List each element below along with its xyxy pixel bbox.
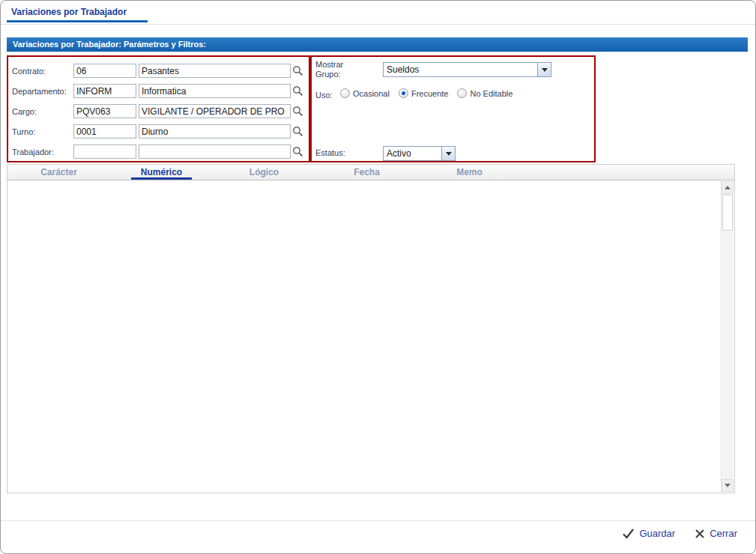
trabajador-code-input[interactable] (73, 144, 136, 159)
mostrar-grupo-dropdown[interactable]: Sueldos (383, 62, 551, 77)
chevron-down-icon (446, 152, 452, 156)
radio-frecuente-label: Frecuente (411, 89, 449, 98)
tab-caracter[interactable]: Carácter (7, 165, 110, 180)
departamento-label: Departamento: (12, 87, 73, 96)
contrato-desc-input[interactable] (139, 64, 291, 78)
guardar-label: Guardar (639, 528, 675, 539)
estatus-dropdown[interactable]: Activo (383, 146, 456, 161)
radio-icon[interactable] (340, 88, 350, 98)
variations-content-area (7, 180, 735, 493)
cargo-search-icon[interactable] (292, 106, 303, 117)
estatus-dropdown-button[interactable] (441, 147, 455, 160)
tab-logico[interactable]: Lógico (213, 165, 315, 180)
tab-memo[interactable]: Memo (418, 165, 521, 180)
departamento-search-icon[interactable] (292, 85, 303, 97)
filter-row-cargo: Cargo: (8, 101, 309, 121)
contrato-code-input[interactable] (73, 64, 136, 78)
filter-row-contrato: Contrato: (8, 61, 309, 81)
footer-bar: Guardar Cerrar (622, 528, 737, 539)
turno-search-icon[interactable] (292, 126, 303, 137)
radio-no-editable-label: No Editable (470, 89, 512, 98)
tab-logico-label: Lógico (250, 167, 279, 177)
filter-row-departamento: Departamento: (8, 81, 309, 101)
top-separator (1, 24, 755, 25)
footer-separator (1, 520, 755, 521)
cargo-desc-input[interactable] (139, 104, 291, 118)
radio-ocasional[interactable]: Ocasional (340, 88, 390, 98)
cargo-label: Cargo: (12, 107, 73, 116)
estatus-label: Estatus: (315, 148, 345, 157)
close-icon (695, 529, 705, 539)
tab-numerico[interactable]: Numérico (110, 165, 213, 180)
departamento-code-input[interactable] (73, 84, 136, 98)
radio-icon[interactable] (457, 88, 467, 98)
vertical-scrollbar[interactable] (721, 181, 734, 492)
mostrar-grupo-label: Mostrar Grupo: (315, 60, 343, 79)
estatus-value: Activo (384, 147, 441, 160)
worker-filter-box: Contrato: Departamento: Cargo: Turno: (7, 55, 310, 162)
variation-type-tabs: Carácter Numérico Lógico Fecha Memo (7, 164, 735, 180)
arrow-up-icon (725, 186, 731, 189)
guardar-button[interactable]: Guardar (622, 528, 675, 539)
uso-radio-group: Ocasional Frecuente No Editable (340, 88, 521, 98)
radio-no-editable[interactable]: No Editable (457, 88, 512, 98)
section-header: Variaciones por Trabajador: Parámetros y… (7, 37, 748, 52)
check-icon (622, 528, 635, 539)
radio-ocasional-label: Ocasional (353, 89, 390, 98)
arrow-down-icon (725, 484, 731, 487)
active-tab-indicator (7, 20, 148, 22)
chevron-down-icon (542, 68, 548, 72)
turno-label: Turno: (12, 127, 73, 136)
mostrar-grupo-dropdown-button[interactable] (537, 63, 551, 76)
radio-icon[interactable] (399, 88, 408, 98)
tab-numerico-label: Numérico (141, 167, 182, 177)
contrato-label: Contrato: (12, 67, 73, 76)
uso-label: Uso: (315, 91, 333, 100)
contrato-search-icon[interactable] (292, 65, 303, 76)
tab-memo-label: Memo (456, 167, 483, 177)
trabajador-desc-input[interactable] (139, 144, 291, 159)
turno-code-input[interactable] (73, 124, 136, 138)
cerrar-button[interactable]: Cerrar (695, 528, 737, 539)
tab-fecha-label: Fecha (354, 167, 380, 177)
trabajador-search-icon[interactable] (292, 146, 303, 157)
tab-caracter-label: Carácter (40, 167, 77, 177)
trabajador-label: Trabajador: (12, 147, 73, 156)
tab-fecha[interactable]: Fecha (315, 165, 418, 180)
turno-desc-input[interactable] (139, 124, 291, 138)
cerrar-label: Cerrar (710, 528, 737, 539)
variaciones-window: Variaciones por Trabajador Variaciones p… (0, 0, 756, 554)
scroll-down-button[interactable] (722, 479, 734, 492)
scrollbar-thumb[interactable] (722, 195, 733, 231)
group-filter-box: Mostrar Grupo: Sueldos Uso: Ocasional Fr… (310, 55, 596, 162)
filter-row-turno: Turno: (8, 121, 309, 141)
scroll-up-button[interactable] (722, 181, 734, 194)
filter-row-trabajador: Trabajador: (8, 141, 309, 162)
radio-frecuente[interactable]: Frecuente (399, 88, 449, 98)
tab-variaciones-por-trabajador[interactable]: Variaciones por Trabajador (11, 7, 127, 17)
cargo-code-input[interactable] (73, 104, 136, 118)
departamento-desc-input[interactable] (139, 84, 291, 98)
mostrar-grupo-value: Sueldos (384, 63, 537, 76)
